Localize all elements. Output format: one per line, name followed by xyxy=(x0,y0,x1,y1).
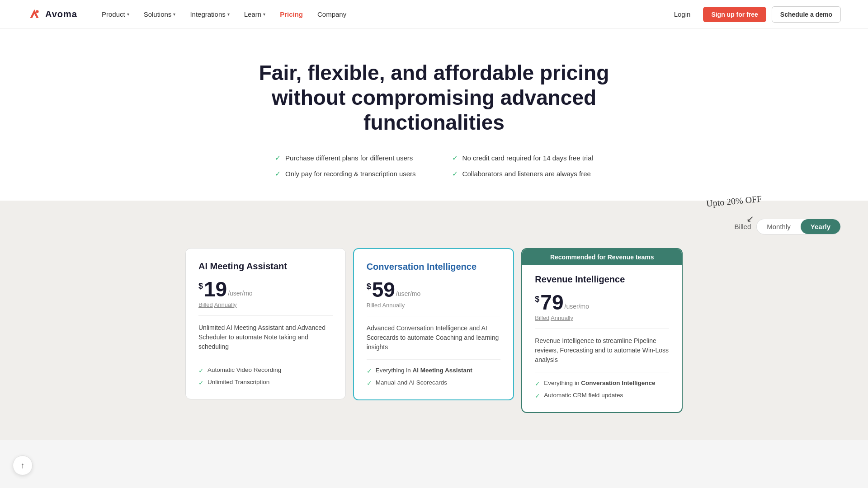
check-icon: ✓ xyxy=(198,367,204,374)
signup-button[interactable]: Sign up for free xyxy=(703,7,766,22)
plan-card-revenue-intelligence: Recommended for Revenue teams Revenue In… xyxy=(521,248,683,413)
hero-features: ✓ Purchase different plans for different… xyxy=(9,154,859,178)
plan-features-ai-meeting: ✓ Automatic Video Recording ✓ Unlimited … xyxy=(198,366,333,386)
check-icon: ✓ xyxy=(198,379,204,386)
feature-item-4: ✓ Collaborators and listeners are always… xyxy=(452,169,593,178)
plan-divider xyxy=(535,372,669,372)
price-amount-ai-meeting: 19 xyxy=(204,279,227,300)
hero-features-right: ✓ No credit card required for 14 days fr… xyxy=(452,154,593,178)
plan-name-revenue-intelligence: Revenue Intelligence xyxy=(535,274,669,285)
svg-rect-0 xyxy=(27,7,42,22)
plan-features-ri: ✓ Everything in Conversation Intelligenc… xyxy=(535,380,669,399)
plan-card-conversation-intelligence: Conversation Intelligence $ 59 /user/mo … xyxy=(353,248,514,400)
billed-annually-ai-meeting: Billed Annually xyxy=(198,301,333,308)
navigation: Avoma Product ▾ Solutions ▾ Integrations… xyxy=(0,0,868,29)
login-button[interactable]: Login xyxy=(667,7,698,22)
billing-toggle: Monthly Yearly xyxy=(756,219,841,235)
recommended-badge: Recommended for Revenue teams xyxy=(522,249,682,265)
chevron-down-icon: ▾ xyxy=(127,12,129,17)
nav-actions: Login Sign up for free Schedule a demo xyxy=(667,6,841,23)
price-amount-ci: 59 xyxy=(372,279,395,300)
price-period-ai-meeting: /user/mo xyxy=(228,290,252,297)
check-icon: ✓ xyxy=(367,367,372,375)
plan-name-ai-meeting: AI Meeting Assistant xyxy=(198,261,333,272)
plan-feature-item: ✓ Manual and AI Scorecards xyxy=(367,379,501,387)
nav-links: Product ▾ Solutions ▾ Integrations ▾ Lea… xyxy=(95,7,667,22)
price-dollar-ci: $ xyxy=(367,282,371,291)
logo-text: Avoma xyxy=(45,9,77,19)
plan-price-revenue-intelligence: $ 79 /user/mo xyxy=(535,292,669,313)
logo[interactable]: Avoma xyxy=(27,7,77,22)
hero-title: Fair, flexible, and affordable pricing w… xyxy=(253,61,615,136)
plan-price-conversation-intelligence: $ 59 /user/mo xyxy=(367,279,501,300)
pricing-section: Upto 20% OFF ↙ Billed Monthly Yearly AI … xyxy=(0,201,868,440)
price-dollar-ai-meeting: $ xyxy=(198,282,203,291)
plan-price-ai-meeting: $ 19 /user/mo xyxy=(198,279,333,300)
plan-divider xyxy=(367,316,501,316)
plan-divider xyxy=(198,359,333,359)
logo-icon xyxy=(27,7,42,22)
nav-item-learn[interactable]: Learn ▾ xyxy=(238,7,272,22)
chevron-down-icon: ▾ xyxy=(173,12,175,17)
plan-desc-ai-meeting: Unlimited AI Meeting Assistant and Advan… xyxy=(198,323,333,352)
hero-features-left: ✓ Purchase different plans for different… xyxy=(275,154,415,178)
billed-annually-ri: Billed Annually xyxy=(535,314,669,321)
svg-point-1 xyxy=(36,10,38,13)
plan-desc-ci: Advanced Conversation Intelligence and A… xyxy=(367,324,501,352)
hero-section: Fair, flexible, and affordable pricing w… xyxy=(0,29,868,201)
plan-name-conversation-intelligence: Conversation Intelligence xyxy=(367,262,501,272)
feature-item-3: ✓ No credit card required for 14 days fr… xyxy=(452,154,593,162)
nav-item-pricing[interactable]: Pricing xyxy=(274,7,309,22)
plan-features-ci: ✓ Everything in AI Meeting Assistant ✓ M… xyxy=(367,367,501,387)
check-icon: ✓ xyxy=(275,169,281,178)
plan-divider xyxy=(535,328,669,329)
check-icon: ✓ xyxy=(452,169,458,178)
toggle-monthly-button[interactable]: Monthly xyxy=(757,219,801,234)
plan-divider xyxy=(367,359,501,360)
plan-desc-ri: Revenue Intelligence to streamline Pipel… xyxy=(535,336,669,365)
plan-feature-item: ✓ Unlimited Transcription xyxy=(198,379,333,386)
check-icon: ✓ xyxy=(452,154,458,162)
check-icon: ✓ xyxy=(535,392,540,399)
plan-card-ai-meeting: AI Meeting Assistant $ 19 /user/mo Bille… xyxy=(185,248,346,399)
plan-divider xyxy=(198,315,333,316)
nav-item-company[interactable]: Company xyxy=(311,7,353,22)
check-icon: ✓ xyxy=(535,380,540,387)
plan-feature-item: ✓ Automatic Video Recording xyxy=(198,366,333,374)
price-dollar-ri: $ xyxy=(535,295,539,304)
plan-feature-item: ✓ Everything in Conversation Intelligenc… xyxy=(535,380,669,387)
check-icon: ✓ xyxy=(367,380,372,387)
billed-annually-ci: Billed Annually xyxy=(367,302,501,309)
billing-toggle-wrapper: Upto 20% OFF ↙ Billed Monthly Yearly xyxy=(27,219,841,235)
check-icon: ✓ xyxy=(275,154,281,162)
feature-item-2: ✓ Only pay for recording & transcription… xyxy=(275,169,415,178)
price-amount-ri: 79 xyxy=(540,292,563,313)
plan-feature-item: ✓ Automatic CRM field updates xyxy=(535,392,669,399)
chevron-down-icon: ▾ xyxy=(263,12,265,17)
nav-item-solutions[interactable]: Solutions ▾ xyxy=(137,7,182,22)
toggle-yearly-button[interactable]: Yearly xyxy=(801,219,840,234)
discount-arrow: ↙ xyxy=(746,213,754,224)
price-period-ri: /user/mo xyxy=(565,303,589,310)
feature-item-1: ✓ Purchase different plans for different… xyxy=(275,154,415,162)
plans-container: AI Meeting Assistant $ 19 /user/mo Bille… xyxy=(185,248,683,413)
schedule-demo-button[interactable]: Schedule a demo xyxy=(772,6,841,23)
nav-item-integrations[interactable]: Integrations ▾ xyxy=(184,7,236,22)
price-period-ci: /user/mo xyxy=(396,290,420,297)
chevron-down-icon: ▾ xyxy=(227,12,230,17)
plan-feature-item: ✓ Everything in AI Meeting Assistant xyxy=(367,367,501,375)
nav-item-product[interactable]: Product ▾ xyxy=(95,7,136,22)
